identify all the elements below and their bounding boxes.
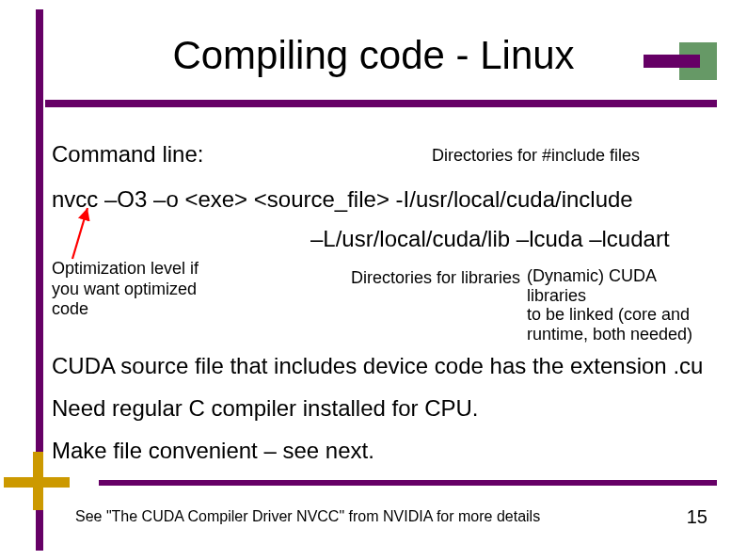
dynamic-libraries-note: (Dynamic) CUDA libraries to be linked (c… [527,266,714,344]
command-text-line1: nvcc –O3 –o <exe> <source_file> -I/usr/l… [52,186,714,213]
command-text-line2: –L/usr/local/cuda/lib –lcuda –lcudart [310,226,670,252]
body-text-1: CUDA source file that includes device co… [52,353,703,379]
footer-underline [99,480,717,486]
title-decoration-bar [644,55,700,68]
optimization-note-l2: you want optimized [52,280,197,298]
body-text-1b: .cu [673,353,703,378]
title-underline [45,100,717,107]
include-directories-note: Directories for #include files [432,146,640,166]
dynamic-note-l2: to be linked (core and [527,305,690,324]
dynamic-note-l1: (Dynamic) CUDA libraries [527,266,656,305]
content-area: Command line: Directories for #include f… [52,141,714,213]
body-text-2: Need regular C compiler installed for CP… [52,395,479,422]
slide-container: Compiling code - Linux Command line: Dir… [0,0,747,560]
slide-number: 15 [687,506,707,528]
body-text-3: Make file convenient – see next. [52,438,374,464]
optimization-note: Optimization level if you want optimized… [52,259,199,320]
body-text-1a: CUDA source file that includes device co… [52,353,667,378]
optimization-note-l3: code [52,299,88,318]
optimization-note-l1: Optimization level if [52,259,199,278]
svg-line-0 [72,208,87,259]
footer-cross-horizontal [4,477,70,488]
footnote-text: See "The CUDA Compiler Driver NVCC" from… [75,508,540,525]
dynamic-note-l3: runtime, both needed) [527,325,692,344]
slide-title: Compiling code - Linux [0,0,747,78]
library-directories-note: Directories for libraries [351,268,520,288]
